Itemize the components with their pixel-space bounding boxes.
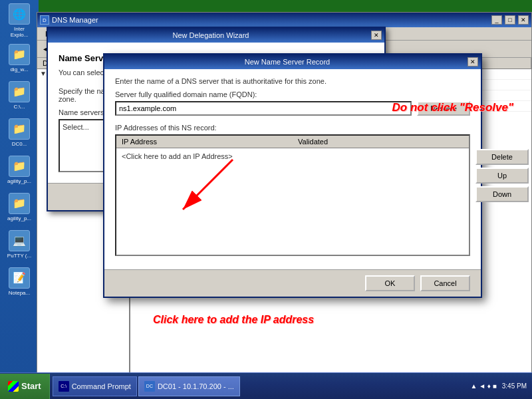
ns-fqdn-input[interactable] — [115, 101, 412, 116]
wizard-title: New Delegation Wizard — [51, 31, 371, 39]
sidebar-item-agility2[interactable]: 📁 agility_p... — [1, 189, 37, 225]
start-button[interactable]: Start — [0, 374, 50, 399]
sidebar-item-dc-label: DC0... — [12, 141, 27, 147]
ns-side-buttons: Delete Up Down — [475, 149, 529, 202]
cmd-icon: C:\ — [59, 381, 69, 392]
ns-ok-btn[interactable]: OK — [365, 275, 415, 291]
notepad-icon: 📝 — [9, 267, 30, 289]
ns-footer: OK Cancel — [104, 269, 481, 297]
taskbar-items: C:\ Command Prompt DC DC01 - 10.1.70.200… — [50, 376, 466, 396]
dns-titlebar: D DNS Manager _ □ ✕ — [37, 13, 531, 27]
ns-instruction: Enter the name of a DNS server that is a… — [115, 77, 470, 85]
sidebar-item-c[interactable]: 📁 C:\... — [1, 77, 37, 113]
taskbar-tray: ▲ ◄ ♦ ■ 3:45 PM — [465, 382, 532, 390]
dns-maximize-btn[interactable]: □ — [505, 15, 515, 25]
ns-up-btn[interactable]: Up — [475, 168, 529, 184]
sidebar-item-agility1-label: agility_p... — [7, 178, 31, 184]
ns-fqdn-label: Server fully qualified domain name (FQDN… — [115, 90, 470, 98]
taskbar-clock: 3:45 PM — [499, 382, 527, 390]
ns-dialog-title: New Name Server Record — [107, 58, 467, 66]
taskbar: Start C:\ Command Prompt DC DC01 - 10.1.… — [0, 372, 532, 399]
taskbar-btn-cmd[interactable]: C:\ Command Prompt — [53, 376, 137, 396]
taskbar-btn-dc[interactable]: DC DC01 - 10.1.70.200 - ... — [138, 376, 240, 396]
dns-title-icon: D — [40, 15, 49, 25]
sidebar-item-agility1[interactable]: 📁 agility_p... — [1, 152, 37, 188]
sidebar-item-dig[interactable]: 📁 dig_w... — [1, 40, 37, 76]
ns-cancel-btn[interactable]: Cancel — [420, 275, 470, 291]
taskbar-cmd-label: Command Prompt — [72, 382, 131, 390]
wizard-titlebar: New Delegation Wizard ✕ — [48, 28, 384, 43]
windows-logo-icon — [8, 381, 19, 392]
sidebar-item-putty[interactable]: 💻 PuTTY (... — [1, 226, 37, 262]
annotation-resolve-warning: Do not click "Resolve" — [392, 101, 513, 114]
ns-close-btn[interactable]: ✕ — [467, 57, 478, 66]
sidebar-item-notepad[interactable]: 📝 Notepa... — [1, 263, 37, 299]
dc-icon: DC — [144, 381, 155, 392]
taskbar-dc-label: DC01 - 10.1.70.200 - ... — [158, 382, 234, 390]
folder-icon-ag1: 📁 — [9, 156, 30, 177]
sidebar-item-putty-label: PuTTY (... — [7, 253, 31, 259]
sidebar-item-c-label: C:\... — [14, 104, 25, 110]
dns-minimize-btn[interactable]: _ — [491, 15, 502, 25]
annotation-arrow — [146, 153, 253, 233]
sidebar: 🌐 Inter Explo... 📁 dig_w... 📁 C:\... 📁 D… — [0, 0, 39, 372]
putty-icon: 💻 — [9, 230, 30, 251]
sidebar-item-ie-label: Inter Explo... — [11, 26, 29, 38]
folder-icon-dc: 📁 — [9, 118, 30, 140]
ns-col-ip: IP Address — [116, 137, 293, 146]
ns-delete-btn[interactable]: Delete — [475, 149, 529, 165]
sidebar-item-agility2-label: agility_p... — [7, 215, 31, 221]
ns-col-validated: Validated — [293, 137, 469, 146]
sidebar-item-ie[interactable]: 🌐 Inter Explo... — [1, 3, 37, 39]
svg-line-1 — [183, 160, 233, 209]
wizard-ns-list-item: Select... — [63, 123, 89, 131]
folder-icon-dig: 📁 — [9, 44, 30, 65]
desktop: 🌐 Inter Explo... 📁 dig_w... 📁 C:\... 📁 D… — [0, 0, 532, 399]
ns-down-btn[interactable]: Down — [475, 186, 529, 202]
start-label: Start — [21, 381, 41, 391]
ie-icon: 🌐 — [9, 3, 30, 25]
sidebar-item-dc[interactable]: 📁 DC0... — [1, 114, 37, 150]
ns-ip-section-label: IP Addresses of this NS record: — [115, 124, 470, 132]
dns-window-title: DNS Manager — [52, 16, 489, 24]
ns-table-header: IP Address Validated — [116, 136, 469, 148]
annotation-ip-instruction: Click here to add the IP address — [153, 314, 314, 326]
ns-titlebar: New Name Server Record ✕ — [104, 55, 481, 69]
folder-icon-ag2: 📁 — [9, 193, 30, 214]
sidebar-item-dig-label: dig_w... — [10, 66, 28, 72]
tray-icons: ▲ ◄ ♦ ■ — [470, 382, 496, 390]
dns-close-btn[interactable]: ✕ — [518, 15, 529, 25]
folder-icon-c: 📁 — [9, 81, 30, 102]
sidebar-item-notepad-label: Notepa... — [9, 290, 30, 296]
wizard-close-btn[interactable]: ✕ — [371, 31, 382, 40]
